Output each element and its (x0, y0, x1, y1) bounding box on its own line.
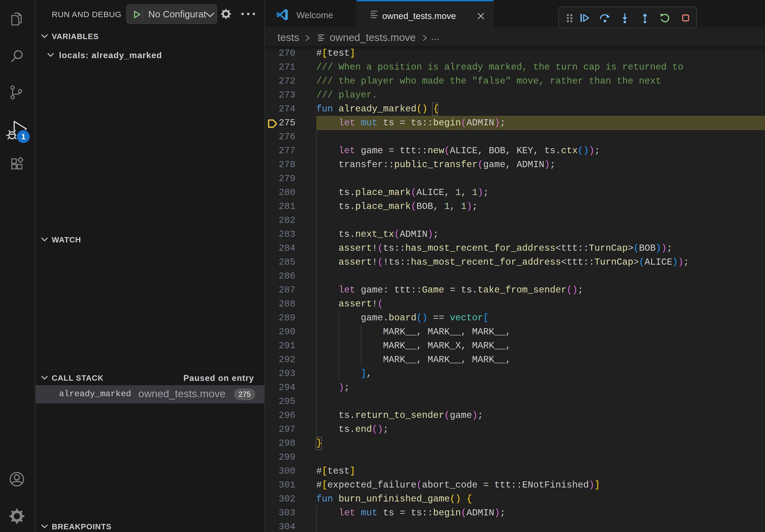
svg-text:1: 1 (21, 132, 26, 141)
